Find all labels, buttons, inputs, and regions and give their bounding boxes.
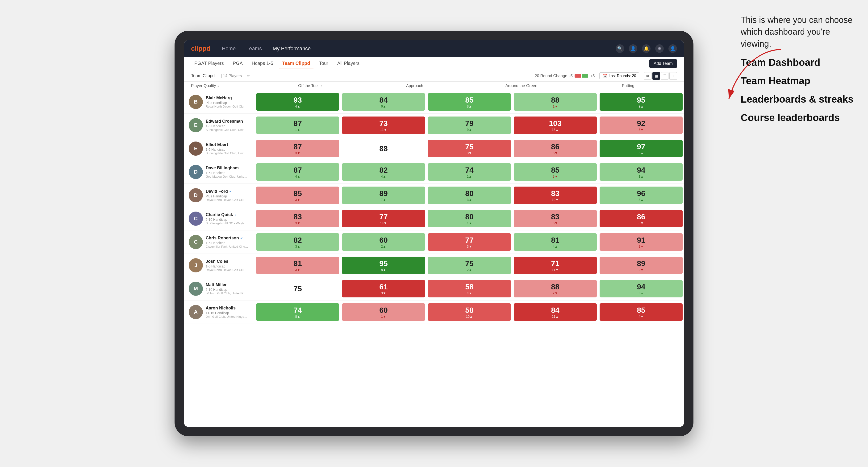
metric-value: 75 <box>293 284 302 293</box>
metric-cell: 96 3▲ <box>599 187 683 204</box>
bar-green <box>582 74 588 77</box>
player-row[interactable]: D David Ford ✓ Plus Handicap Royal North… <box>184 184 684 207</box>
tab-pga[interactable]: PGA <box>229 59 246 68</box>
tab-pgat-players[interactable]: PGAT Players <box>191 59 227 68</box>
metric-value: 84 <box>551 306 559 315</box>
metric-cell: 75 <box>256 280 339 298</box>
player-avatar: E <box>189 142 203 156</box>
metric-change: 4▲ <box>295 175 300 178</box>
metric-change: 10▼ <box>552 198 559 201</box>
player-handicap: 6-10 Handicap <box>206 218 255 221</box>
player-info: M Matt Miller 6-10 Handicap Woburn Golf … <box>189 282 255 296</box>
player-avatar: B <box>189 95 203 109</box>
player-row[interactable]: D Dave Billingham 1-5 Handicap Gog Magog… <box>184 160 684 184</box>
view-list-icon[interactable]: ☰ <box>661 72 669 80</box>
nav-teams[interactable]: Teams <box>245 44 264 53</box>
avatar-icon[interactable]: 👤 <box>669 44 677 53</box>
player-avatar: J <box>189 258 203 272</box>
metric-cell: 75 2▲ <box>428 257 511 274</box>
metric-value: 77 <box>465 236 474 245</box>
metric-cell: 94 1▲ <box>599 163 683 181</box>
metric-cell: 89 7▲ <box>342 187 425 204</box>
metric-value: 103 <box>549 119 561 128</box>
player-row[interactable]: E Edward Crossman 1-5 Handicap Sunningda… <box>184 114 684 137</box>
player-row[interactable]: C Chris Robertson ✓ 1-5 Handicap Craigmi… <box>184 230 684 254</box>
metric-value: 61 <box>379 283 388 291</box>
tab-tour[interactable]: Tour <box>316 59 332 68</box>
metric-cell: 84 6▲ <box>342 93 425 111</box>
metric-change: 9▲ <box>639 104 644 108</box>
metric-value: 82 <box>379 166 388 175</box>
toolbar: Team Clippd | 14 Players ✏ 20 Round Chan… <box>184 70 684 82</box>
col-header-off-tee: Off the Tee → <box>257 84 364 88</box>
tablet-screen: clippd Home Teams My Performance 🔍 👤 🔔 ⚙… <box>184 40 684 427</box>
metric-value: 84 <box>379 96 388 104</box>
metric-change: 4▼ <box>639 315 644 318</box>
settings-icon[interactable]: ⚙ <box>655 44 664 53</box>
metric-change: 8▲ <box>295 315 300 318</box>
round-change-pos: +5 <box>590 73 595 78</box>
view-grid-icon[interactable]: ⊞ <box>644 72 651 80</box>
player-row[interactable]: E Elliot Ebert 1-5 Handicap Sunningdale … <box>184 137 684 160</box>
metric-change: 3▼ <box>295 221 300 225</box>
metric-value: 83 <box>293 213 302 221</box>
player-info: J Josh Coles 1-5 Handicap Royal North De… <box>189 258 255 272</box>
metric-cell: 93 4▲ <box>256 93 339 111</box>
player-avatar: E <box>189 118 203 132</box>
profile-icon[interactable]: 👤 <box>629 44 637 53</box>
metric-cell: 74 8▲ <box>256 303 339 321</box>
search-icon[interactable]: 🔍 <box>616 44 624 53</box>
metric-cell: 73 11▼ <box>342 117 425 134</box>
metric-value: 82 <box>293 236 302 245</box>
metric-cell: 89 2▼ <box>599 257 683 274</box>
player-handicap: 1-5 Handicap <box>206 124 255 128</box>
tab-all-players[interactable]: All Players <box>334 59 363 68</box>
metric-cell: 85 3▼ <box>514 163 597 181</box>
metric-value: 58 <box>465 283 474 291</box>
player-row[interactable]: B Blair McHarg Plus Handicap Royal North… <box>184 90 684 114</box>
bell-icon[interactable]: 🔔 <box>642 44 651 53</box>
navbar: clippd Home Teams My Performance 🔍 👤 🔔 ⚙… <box>184 40 684 57</box>
nav-my-performance[interactable]: My Performance <box>271 44 312 53</box>
player-row[interactable]: A Aaron Nicholls 11-15 Handicap Drift Go… <box>184 301 684 324</box>
nav-home[interactable]: Home <box>220 44 238 53</box>
annotation-arrow <box>715 47 785 118</box>
player-info: D Dave Billingham 1-5 Handicap Gog Magog… <box>189 165 255 179</box>
player-club: Drift Golf Club, United Kingdom <box>206 315 248 318</box>
add-team-button[interactable]: Add Team <box>649 59 677 68</box>
metric-change: 9▲ <box>467 128 472 132</box>
tab-hcaps[interactable]: Hcaps 1-5 <box>248 59 276 68</box>
metric-change: 8▲ <box>467 104 472 108</box>
metric-cell: 81 3▼ <box>256 257 339 274</box>
player-row[interactable]: C Charlie Quick ✓ 6-10 Handicap St. Geor… <box>184 207 684 230</box>
metric-value: 79 <box>465 119 474 128</box>
metric-value: 74 <box>465 166 474 175</box>
column-headers: Player Quality ↓ Off the Tee → Approach … <box>184 82 684 90</box>
metric-cell: 60 2▲ <box>342 233 425 251</box>
edit-team-icon[interactable]: ✏ <box>247 73 250 78</box>
tab-team-clippd[interactable]: Team Clippd <box>279 59 313 68</box>
metric-cell: 97 5▲ <box>599 140 683 157</box>
logo[interactable]: clippd <box>191 45 210 52</box>
metric-cell: 74 1▲ <box>428 163 511 181</box>
player-info: D David Ford ✓ Plus Handicap Royal North… <box>189 188 255 203</box>
view-heatmap-icon[interactable]: ▦ <box>652 72 660 80</box>
player-name: Dave Billingham <box>206 165 255 170</box>
player-name: Aaron Nicholls <box>206 306 255 311</box>
metric-value: 85 <box>293 189 302 198</box>
player-details: Aaron Nicholls 11-15 Handicap Drift Golf… <box>206 306 255 318</box>
metric-cell: 95 9▲ <box>599 93 683 111</box>
view-download-icon[interactable]: ↓ <box>670 72 677 80</box>
metric-value: 91 <box>637 236 645 245</box>
metric-cell: 77 3▼ <box>428 233 511 251</box>
player-info: A Aaron Nicholls 11-15 Handicap Drift Go… <box>189 305 255 319</box>
player-row[interactable]: J Josh Coles 1-5 Handicap Royal North De… <box>184 254 684 277</box>
player-handicap: 6-10 Handicap <box>206 288 255 291</box>
round-change-neg: -5 <box>569 73 573 78</box>
bar-red <box>575 74 581 77</box>
last-rounds-button[interactable]: 📅 Last Rounds: 20 <box>599 72 639 79</box>
team-name-label: Team Clippd <box>191 73 215 78</box>
player-row[interactable]: M Matt Miller 6-10 Handicap Woburn Golf … <box>184 277 684 301</box>
col-header-around-green: Around the Green → <box>470 84 578 88</box>
metric-value: 86 <box>551 143 559 151</box>
